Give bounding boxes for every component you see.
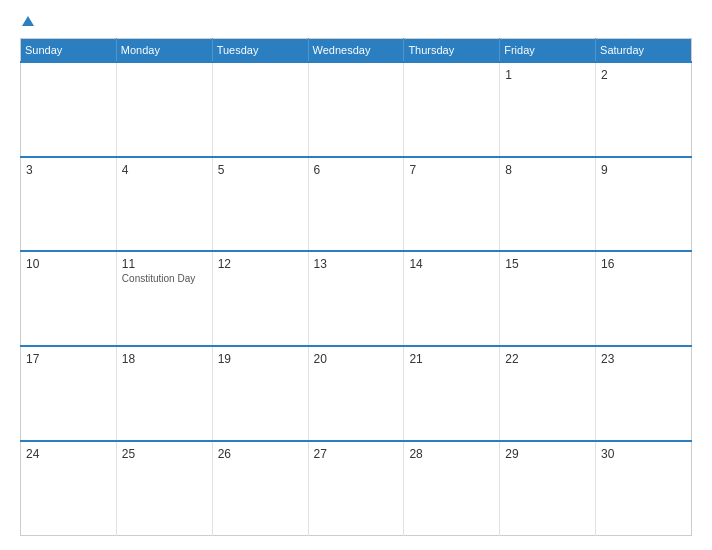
week-row-4: 24252627282930 [21,441,692,536]
day-number: 24 [26,447,111,461]
weekday-header-tuesday: Tuesday [212,39,308,63]
day-number: 9 [601,163,686,177]
calendar-cell: 19 [212,346,308,441]
weekday-header-friday: Friday [500,39,596,63]
calendar-cell: 29 [500,441,596,536]
calendar-cell [212,62,308,157]
calendar-cell: 17 [21,346,117,441]
calendar-cell: 3 [21,157,117,252]
day-number: 6 [314,163,399,177]
calendar-table: SundayMondayTuesdayWednesdayThursdayFrid… [20,38,692,536]
day-number: 23 [601,352,686,366]
day-number: 27 [314,447,399,461]
calendar-cell: 23 [596,346,692,441]
calendar-cell: 9 [596,157,692,252]
calendar-cell [21,62,117,157]
day-number: 30 [601,447,686,461]
calendar-cell: 4 [116,157,212,252]
calendar-cell: 20 [308,346,404,441]
calendar-cell [116,62,212,157]
day-number: 21 [409,352,494,366]
calendar-cell: 27 [308,441,404,536]
calendar-cell [308,62,404,157]
logo [20,18,34,28]
day-number: 17 [26,352,111,366]
day-number: 28 [409,447,494,461]
day-number: 7 [409,163,494,177]
calendar-cell: 1 [500,62,596,157]
logo-triangle-icon [22,16,34,26]
day-number: 4 [122,163,207,177]
weekday-header-monday: Monday [116,39,212,63]
calendar-cell: 8 [500,157,596,252]
day-number: 1 [505,68,590,82]
day-number: 5 [218,163,303,177]
calendar-cell: 6 [308,157,404,252]
calendar-cell: 18 [116,346,212,441]
day-number: 18 [122,352,207,366]
calendar-cell: 16 [596,251,692,346]
header [20,18,692,28]
weekday-header-row: SundayMondayTuesdayWednesdayThursdayFrid… [21,39,692,63]
day-number: 15 [505,257,590,271]
weekday-header-wednesday: Wednesday [308,39,404,63]
calendar-cell: 13 [308,251,404,346]
weekday-header-saturday: Saturday [596,39,692,63]
day-number: 19 [218,352,303,366]
week-row-0: 12 [21,62,692,157]
day-number: 16 [601,257,686,271]
calendar-cell: 5 [212,157,308,252]
calendar-cell: 25 [116,441,212,536]
day-number: 10 [26,257,111,271]
day-number: 25 [122,447,207,461]
week-row-2: 1011Constitution Day1213141516 [21,251,692,346]
holiday-label: Constitution Day [122,273,207,284]
calendar-cell: 26 [212,441,308,536]
week-row-3: 17181920212223 [21,346,692,441]
day-number: 11 [122,257,207,271]
day-number: 29 [505,447,590,461]
weekday-header-thursday: Thursday [404,39,500,63]
day-number: 3 [26,163,111,177]
calendar-cell: 28 [404,441,500,536]
calendar-cell: 12 [212,251,308,346]
day-number: 12 [218,257,303,271]
calendar-cell: 21 [404,346,500,441]
day-number: 14 [409,257,494,271]
calendar-cell [404,62,500,157]
calendar-cell: 24 [21,441,117,536]
day-number: 26 [218,447,303,461]
calendar-cell: 15 [500,251,596,346]
day-number: 13 [314,257,399,271]
calendar-cell: 7 [404,157,500,252]
calendar-cell: 2 [596,62,692,157]
day-number: 20 [314,352,399,366]
day-number: 8 [505,163,590,177]
week-row-1: 3456789 [21,157,692,252]
calendar-cell: 14 [404,251,500,346]
calendar-cell: 30 [596,441,692,536]
day-number: 22 [505,352,590,366]
page: SundayMondayTuesdayWednesdayThursdayFrid… [0,0,712,550]
calendar-cell: 10 [21,251,117,346]
calendar-cell: 22 [500,346,596,441]
day-number: 2 [601,68,686,82]
weekday-header-sunday: Sunday [21,39,117,63]
calendar-cell: 11Constitution Day [116,251,212,346]
